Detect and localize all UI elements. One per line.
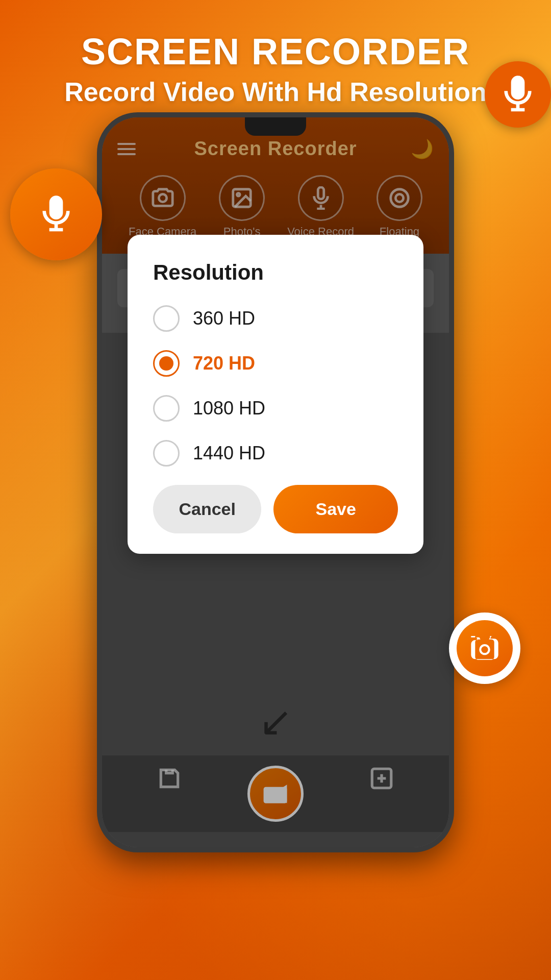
option-1080hd[interactable]: 1080 HD xyxy=(153,395,398,422)
fab-inner xyxy=(457,620,513,676)
resolution-dialog: Resolution 360 HD 720 HD xyxy=(128,235,423,554)
header-section: SCREEN RECORDER Record Video With Hd Res… xyxy=(0,0,551,107)
fab-record-button[interactable] xyxy=(449,612,520,684)
dialog-overlay: Resolution 360 HD 720 HD xyxy=(102,117,449,847)
mic-float-top-right[interactable] xyxy=(485,61,551,128)
option-1440hd[interactable]: 1440 HD xyxy=(153,440,398,467)
phone-screen: Screen Recorder 🌙 Face Camera xyxy=(102,117,449,847)
radio-720hd-inner xyxy=(159,356,173,371)
radio-720hd[interactable] xyxy=(153,350,180,377)
mic-icon-top-right xyxy=(497,74,538,115)
label-360hd: 360 HD xyxy=(193,308,255,329)
save-button[interactable]: Save xyxy=(273,485,398,533)
dialog-buttons: Cancel Save xyxy=(153,485,398,533)
label-1080hd: 1080 HD xyxy=(193,398,265,419)
label-720hd: 720 HD xyxy=(193,353,255,374)
phone-notch xyxy=(245,117,306,136)
cancel-button[interactable]: Cancel xyxy=(153,485,261,533)
fab-camera-icon xyxy=(468,632,501,665)
mic-float-left[interactable] xyxy=(10,168,102,260)
radio-360hd[interactable] xyxy=(153,305,180,332)
option-360hd[interactable]: 360 HD xyxy=(153,305,398,332)
label-1440hd: 1440 HD xyxy=(193,443,265,464)
radio-1440hd[interactable] xyxy=(153,440,180,467)
phone-mockup: Screen Recorder 🌙 Face Camera xyxy=(97,112,454,852)
dialog-title: Resolution xyxy=(153,260,398,285)
mic-icon-left xyxy=(36,194,77,235)
radio-1080hd[interactable] xyxy=(153,395,180,422)
phone-frame: Screen Recorder 🌙 Face Camera xyxy=(97,112,454,852)
app-title: SCREEN RECORDER xyxy=(0,31,551,72)
option-720hd[interactable]: 720 HD xyxy=(153,350,398,377)
app-subtitle: Record Video With Hd Resolution xyxy=(0,77,551,107)
